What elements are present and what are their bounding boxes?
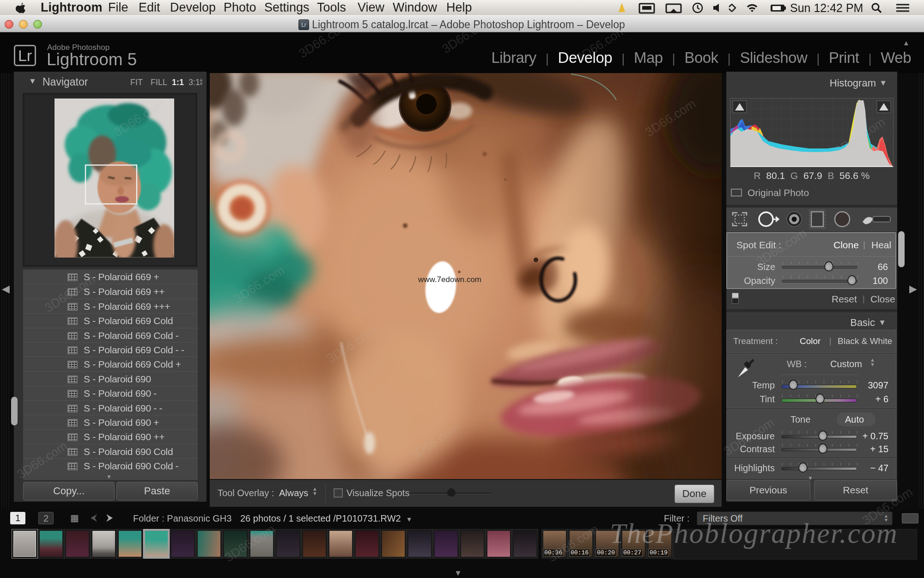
svg-text:www.7edown.com: www.7edown.com	[418, 275, 481, 284]
